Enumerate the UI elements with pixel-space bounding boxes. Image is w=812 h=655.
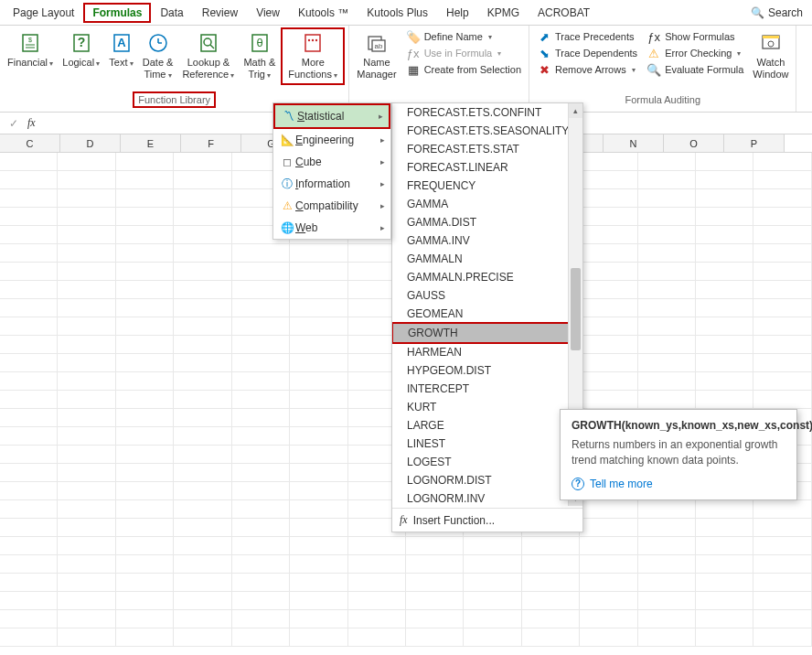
column-header[interactable]: P bbox=[724, 134, 785, 152]
cell[interactable] bbox=[406, 537, 464, 555]
cell[interactable] bbox=[174, 574, 231, 592]
cell[interactable] bbox=[174, 263, 231, 281]
cell[interactable] bbox=[58, 592, 115, 610]
cell[interactable] bbox=[580, 610, 637, 628]
function-item[interactable]: FORECAST.ETS.STAT bbox=[392, 140, 582, 158]
cell[interactable] bbox=[753, 610, 811, 628]
cell[interactable] bbox=[232, 464, 290, 482]
cell[interactable] bbox=[638, 500, 696, 519]
cell[interactable] bbox=[753, 592, 811, 610]
function-item[interactable]: GAMMALN.PRECISE bbox=[392, 268, 582, 286]
cell[interactable] bbox=[348, 555, 406, 574]
cell[interactable] bbox=[0, 446, 58, 464]
cell[interactable] bbox=[174, 628, 231, 647]
cell[interactable] bbox=[696, 208, 753, 226]
cell[interactable] bbox=[174, 592, 231, 610]
cell[interactable] bbox=[174, 354, 231, 372]
cell[interactable] bbox=[174, 336, 231, 354]
cell[interactable] bbox=[58, 391, 115, 409]
cell[interactable] bbox=[753, 189, 811, 208]
cell[interactable] bbox=[638, 153, 696, 171]
cell[interactable] bbox=[406, 592, 464, 610]
logical-button[interactable]: ? Logical bbox=[59, 27, 103, 70]
cell[interactable] bbox=[232, 592, 290, 610]
cell[interactable] bbox=[116, 409, 174, 427]
cell[interactable] bbox=[58, 519, 115, 537]
cell[interactable] bbox=[522, 592, 580, 610]
cell[interactable] bbox=[580, 372, 637, 391]
cell[interactable] bbox=[696, 189, 753, 208]
function-item[interactable]: GAMMALN bbox=[392, 250, 582, 268]
cell[interactable] bbox=[174, 482, 231, 500]
cell[interactable] bbox=[638, 519, 696, 537]
column-header[interactable]: E bbox=[121, 134, 181, 152]
menu-item-statistical[interactable]: 〽 Statistical ▸ bbox=[275, 105, 389, 127]
cell[interactable] bbox=[753, 519, 811, 537]
cell[interactable] bbox=[232, 317, 290, 336]
cell[interactable] bbox=[696, 555, 753, 574]
cell[interactable] bbox=[174, 500, 231, 519]
cell[interactable] bbox=[0, 592, 58, 610]
cell[interactable] bbox=[290, 299, 347, 317]
cell[interactable] bbox=[0, 372, 58, 391]
cell[interactable] bbox=[580, 299, 637, 317]
cell[interactable] bbox=[696, 391, 753, 409]
cell[interactable] bbox=[232, 482, 290, 500]
cell[interactable] bbox=[232, 574, 290, 592]
cell[interactable] bbox=[174, 427, 231, 446]
function-item[interactable]: GAMMA bbox=[392, 195, 582, 213]
cell[interactable] bbox=[0, 610, 58, 628]
cell[interactable] bbox=[290, 555, 347, 574]
tab-kutools-plus[interactable]: Kutools Plus bbox=[358, 3, 437, 23]
cell[interactable] bbox=[232, 372, 290, 391]
cell[interactable] bbox=[58, 226, 115, 244]
cell[interactable] bbox=[753, 226, 811, 244]
cell[interactable] bbox=[58, 153, 115, 171]
cell[interactable] bbox=[290, 263, 347, 281]
cell[interactable] bbox=[522, 574, 580, 592]
cell[interactable] bbox=[174, 555, 231, 574]
cell[interactable] bbox=[522, 555, 580, 574]
cell[interactable] bbox=[116, 427, 174, 446]
cell[interactable] bbox=[638, 244, 696, 263]
cell[interactable] bbox=[290, 482, 347, 500]
cell[interactable] bbox=[0, 464, 58, 482]
tab-formulas[interactable]: Formulas bbox=[83, 3, 151, 23]
cell[interactable] bbox=[232, 409, 290, 427]
cell[interactable] bbox=[290, 336, 347, 354]
function-item[interactable]: LINEST bbox=[392, 435, 582, 453]
tell-me-more-link[interactable]: ? Tell me more bbox=[572, 478, 785, 490]
cell[interactable] bbox=[116, 574, 174, 592]
cell[interactable] bbox=[638, 226, 696, 244]
watch-window-button[interactable]: Watch Window bbox=[749, 27, 792, 81]
cell[interactable] bbox=[0, 263, 58, 281]
cell[interactable] bbox=[580, 537, 637, 555]
cell[interactable] bbox=[174, 171, 231, 189]
cell[interactable] bbox=[638, 354, 696, 372]
cell[interactable] bbox=[116, 391, 174, 409]
tab-data[interactable]: Data bbox=[151, 3, 192, 23]
cell[interactable] bbox=[753, 354, 811, 372]
scroll-thumb[interactable] bbox=[571, 268, 581, 350]
cell[interactable] bbox=[232, 263, 290, 281]
cell[interactable] bbox=[116, 317, 174, 336]
column-header[interactable]: F bbox=[181, 134, 241, 152]
cell[interactable] bbox=[290, 574, 347, 592]
cell[interactable] bbox=[348, 610, 406, 628]
cell[interactable] bbox=[753, 336, 811, 354]
cell[interactable] bbox=[753, 537, 811, 555]
cell[interactable] bbox=[116, 372, 174, 391]
cell[interactable] bbox=[753, 281, 811, 299]
use-in-formula-button[interactable]: ƒx Use in Formula ▾ bbox=[406, 46, 521, 60]
cell[interactable] bbox=[638, 171, 696, 189]
cell[interactable] bbox=[522, 537, 580, 555]
cell[interactable] bbox=[116, 628, 174, 647]
cell[interactable] bbox=[696, 153, 753, 171]
cell[interactable] bbox=[580, 592, 637, 610]
cell[interactable] bbox=[580, 171, 637, 189]
cell[interactable] bbox=[174, 537, 231, 555]
cell[interactable] bbox=[638, 372, 696, 391]
cell[interactable] bbox=[0, 555, 58, 574]
cell[interactable] bbox=[638, 336, 696, 354]
date-time-button[interactable]: Date & Time bbox=[139, 27, 177, 81]
